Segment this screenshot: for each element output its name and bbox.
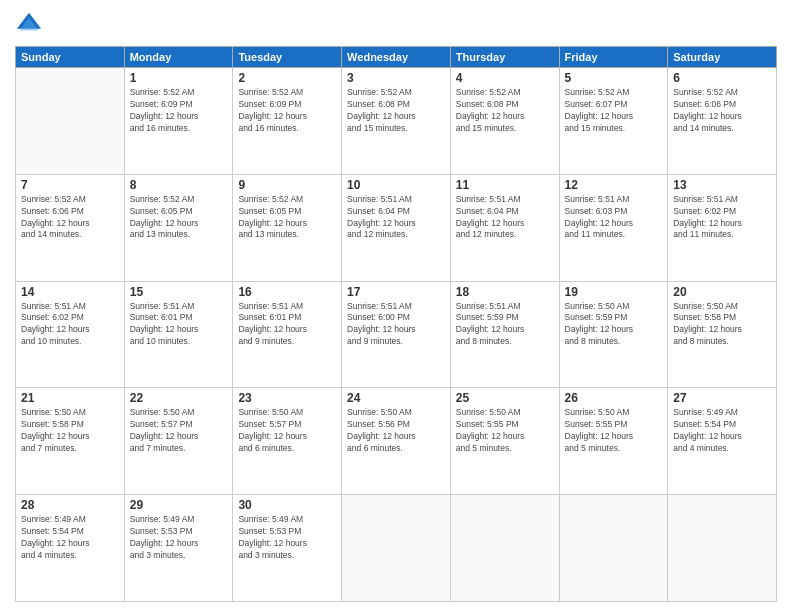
weekday-header-row: SundayMondayTuesdayWednesdayThursdayFrid…: [16, 47, 777, 68]
day-number: 10: [347, 178, 445, 192]
calendar-cell: 26Sunrise: 5:50 AMSunset: 5:55 PMDayligh…: [559, 388, 668, 495]
calendar-cell: 10Sunrise: 5:51 AMSunset: 6:04 PMDayligh…: [342, 174, 451, 281]
day-info: Sunrise: 5:51 AMSunset: 5:59 PMDaylight:…: [456, 301, 554, 349]
week-row-2: 14Sunrise: 5:51 AMSunset: 6:02 PMDayligh…: [16, 281, 777, 388]
calendar-cell: 20Sunrise: 5:50 AMSunset: 5:58 PMDayligh…: [668, 281, 777, 388]
day-info: Sunrise: 5:52 AMSunset: 6:05 PMDaylight:…: [130, 194, 228, 242]
calendar-cell: 4Sunrise: 5:52 AMSunset: 6:08 PMDaylight…: [450, 68, 559, 175]
day-number: 14: [21, 285, 119, 299]
day-info: Sunrise: 5:52 AMSunset: 6:09 PMDaylight:…: [238, 87, 336, 135]
day-info: Sunrise: 5:52 AMSunset: 6:08 PMDaylight:…: [456, 87, 554, 135]
weekday-header-tuesday: Tuesday: [233, 47, 342, 68]
weekday-header-thursday: Thursday: [450, 47, 559, 68]
day-info: Sunrise: 5:51 AMSunset: 6:02 PMDaylight:…: [673, 194, 771, 242]
day-number: 20: [673, 285, 771, 299]
day-info: Sunrise: 5:50 AMSunset: 5:57 PMDaylight:…: [238, 407, 336, 455]
day-number: 5: [565, 71, 663, 85]
day-number: 3: [347, 71, 445, 85]
day-number: 4: [456, 71, 554, 85]
calendar-cell: 29Sunrise: 5:49 AMSunset: 5:53 PMDayligh…: [124, 495, 233, 602]
weekday-header-wednesday: Wednesday: [342, 47, 451, 68]
day-info: Sunrise: 5:50 AMSunset: 5:59 PMDaylight:…: [565, 301, 663, 349]
day-number: 13: [673, 178, 771, 192]
calendar-cell: 7Sunrise: 5:52 AMSunset: 6:06 PMDaylight…: [16, 174, 125, 281]
day-number: 17: [347, 285, 445, 299]
day-info: Sunrise: 5:52 AMSunset: 6:05 PMDaylight:…: [238, 194, 336, 242]
calendar-cell: [450, 495, 559, 602]
calendar-cell: 24Sunrise: 5:50 AMSunset: 5:56 PMDayligh…: [342, 388, 451, 495]
day-info: Sunrise: 5:51 AMSunset: 6:00 PMDaylight:…: [347, 301, 445, 349]
calendar-cell: 12Sunrise: 5:51 AMSunset: 6:03 PMDayligh…: [559, 174, 668, 281]
calendar-cell: 11Sunrise: 5:51 AMSunset: 6:04 PMDayligh…: [450, 174, 559, 281]
calendar-cell: 28Sunrise: 5:49 AMSunset: 5:54 PMDayligh…: [16, 495, 125, 602]
week-row-1: 7Sunrise: 5:52 AMSunset: 6:06 PMDaylight…: [16, 174, 777, 281]
day-info: Sunrise: 5:52 AMSunset: 6:07 PMDaylight:…: [565, 87, 663, 135]
day-number: 1: [130, 71, 228, 85]
week-row-4: 28Sunrise: 5:49 AMSunset: 5:54 PMDayligh…: [16, 495, 777, 602]
calendar-cell: 8Sunrise: 5:52 AMSunset: 6:05 PMDaylight…: [124, 174, 233, 281]
calendar-cell: [342, 495, 451, 602]
day-info: Sunrise: 5:51 AMSunset: 6:01 PMDaylight:…: [130, 301, 228, 349]
day-number: 18: [456, 285, 554, 299]
page: SundayMondayTuesdayWednesdayThursdayFrid…: [0, 0, 792, 612]
day-info: Sunrise: 5:52 AMSunset: 6:08 PMDaylight:…: [347, 87, 445, 135]
week-row-0: 1Sunrise: 5:52 AMSunset: 6:09 PMDaylight…: [16, 68, 777, 175]
day-info: Sunrise: 5:50 AMSunset: 5:55 PMDaylight:…: [565, 407, 663, 455]
day-info: Sunrise: 5:49 AMSunset: 5:54 PMDaylight:…: [21, 514, 119, 562]
day-info: Sunrise: 5:51 AMSunset: 6:02 PMDaylight:…: [21, 301, 119, 349]
day-number: 11: [456, 178, 554, 192]
day-number: 22: [130, 391, 228, 405]
day-number: 25: [456, 391, 554, 405]
calendar-cell: 30Sunrise: 5:49 AMSunset: 5:53 PMDayligh…: [233, 495, 342, 602]
calendar-cell: 15Sunrise: 5:51 AMSunset: 6:01 PMDayligh…: [124, 281, 233, 388]
calendar-cell: 1Sunrise: 5:52 AMSunset: 6:09 PMDaylight…: [124, 68, 233, 175]
calendar-cell: [559, 495, 668, 602]
calendar-cell: [668, 495, 777, 602]
day-number: 12: [565, 178, 663, 192]
day-info: Sunrise: 5:51 AMSunset: 6:04 PMDaylight:…: [347, 194, 445, 242]
weekday-header-friday: Friday: [559, 47, 668, 68]
calendar-cell: 23Sunrise: 5:50 AMSunset: 5:57 PMDayligh…: [233, 388, 342, 495]
day-info: Sunrise: 5:51 AMSunset: 6:01 PMDaylight:…: [238, 301, 336, 349]
day-info: Sunrise: 5:50 AMSunset: 5:55 PMDaylight:…: [456, 407, 554, 455]
day-number: 23: [238, 391, 336, 405]
calendar-cell: 3Sunrise: 5:52 AMSunset: 6:08 PMDaylight…: [342, 68, 451, 175]
calendar-cell: 16Sunrise: 5:51 AMSunset: 6:01 PMDayligh…: [233, 281, 342, 388]
day-number: 19: [565, 285, 663, 299]
calendar-cell: 5Sunrise: 5:52 AMSunset: 6:07 PMDaylight…: [559, 68, 668, 175]
day-info: Sunrise: 5:49 AMSunset: 5:53 PMDaylight:…: [238, 514, 336, 562]
day-number: 27: [673, 391, 771, 405]
day-info: Sunrise: 5:49 AMSunset: 5:54 PMDaylight:…: [673, 407, 771, 455]
weekday-header-saturday: Saturday: [668, 47, 777, 68]
day-number: 24: [347, 391, 445, 405]
week-row-3: 21Sunrise: 5:50 AMSunset: 5:58 PMDayligh…: [16, 388, 777, 495]
weekday-header-sunday: Sunday: [16, 47, 125, 68]
day-info: Sunrise: 5:51 AMSunset: 6:04 PMDaylight:…: [456, 194, 554, 242]
day-info: Sunrise: 5:52 AMSunset: 6:09 PMDaylight:…: [130, 87, 228, 135]
calendar-cell: 25Sunrise: 5:50 AMSunset: 5:55 PMDayligh…: [450, 388, 559, 495]
day-number: 2: [238, 71, 336, 85]
day-number: 9: [238, 178, 336, 192]
day-number: 30: [238, 498, 336, 512]
day-info: Sunrise: 5:50 AMSunset: 5:57 PMDaylight:…: [130, 407, 228, 455]
day-number: 29: [130, 498, 228, 512]
day-number: 16: [238, 285, 336, 299]
day-info: Sunrise: 5:52 AMSunset: 6:06 PMDaylight:…: [21, 194, 119, 242]
calendar-cell: [16, 68, 125, 175]
calendar-cell: 14Sunrise: 5:51 AMSunset: 6:02 PMDayligh…: [16, 281, 125, 388]
calendar-cell: 27Sunrise: 5:49 AMSunset: 5:54 PMDayligh…: [668, 388, 777, 495]
day-info: Sunrise: 5:50 AMSunset: 5:58 PMDaylight:…: [673, 301, 771, 349]
weekday-header-monday: Monday: [124, 47, 233, 68]
day-number: 7: [21, 178, 119, 192]
day-info: Sunrise: 5:52 AMSunset: 6:06 PMDaylight:…: [673, 87, 771, 135]
calendar-cell: 17Sunrise: 5:51 AMSunset: 6:00 PMDayligh…: [342, 281, 451, 388]
day-number: 8: [130, 178, 228, 192]
calendar-cell: 21Sunrise: 5:50 AMSunset: 5:58 PMDayligh…: [16, 388, 125, 495]
day-number: 21: [21, 391, 119, 405]
day-number: 26: [565, 391, 663, 405]
day-info: Sunrise: 5:49 AMSunset: 5:53 PMDaylight:…: [130, 514, 228, 562]
logo-icon: [15, 10, 43, 38]
day-number: 6: [673, 71, 771, 85]
calendar-cell: 19Sunrise: 5:50 AMSunset: 5:59 PMDayligh…: [559, 281, 668, 388]
day-number: 28: [21, 498, 119, 512]
